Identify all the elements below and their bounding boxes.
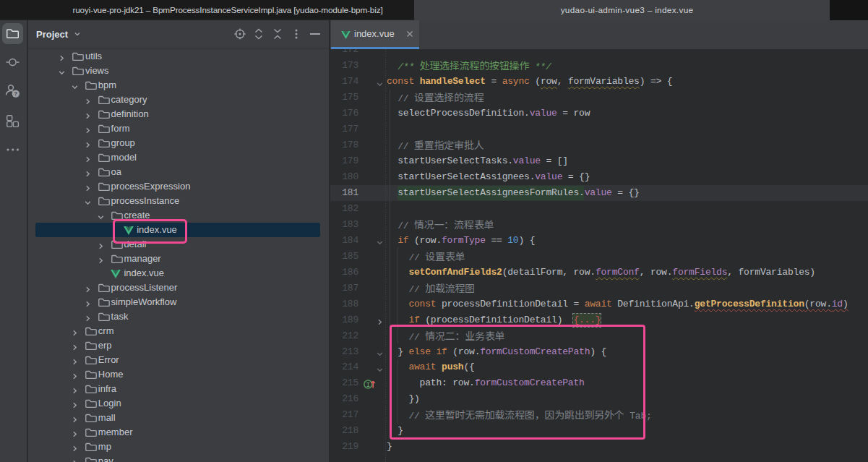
svg-text:I: I — [366, 380, 370, 388]
